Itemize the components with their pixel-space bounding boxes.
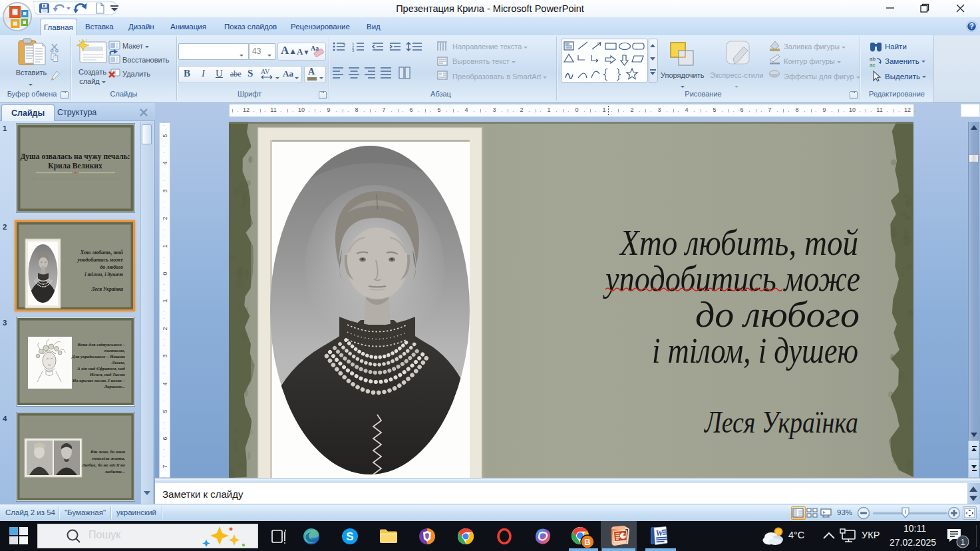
svg-text:?: ? — [969, 23, 973, 30]
svg-text:3: 3 — [352, 49, 355, 53]
svg-text:уподобитись може: уподобитись може — [603, 259, 860, 299]
svg-text:До 154-річчя від дня народжен: До 154-річчя від дня народження Лесі Укр… — [31, 176, 118, 180]
svg-text:Нілом, над Тисою: Нілом, над Тисою — [89, 372, 125, 377]
svg-text:1: 1 — [961, 538, 965, 547]
svg-text:ac: ac — [870, 62, 875, 68]
svg-text:Любив, бо не міг її не: Любив, бо не міг її не — [81, 462, 125, 468]
svg-text:Для українського – Нашою: Для українського – Нашою — [71, 354, 125, 359]
svg-text:Леся Українка: Леся Українка — [703, 405, 858, 439]
svg-text:Крила Великих: Крила Великих — [48, 162, 102, 170]
svg-text:до любого: до любого — [695, 295, 860, 335]
svg-text:поетесою,: поетесою, — [104, 348, 125, 353]
svg-text:На крилах носив. І кохав –: На крилах носив. І кохав – — [72, 378, 126, 383]
svg-text:до любого: до любого — [100, 264, 123, 270]
svg-text:Душа озвалась на чужу печаль:: Душа озвалась на чужу печаль: — [20, 152, 130, 161]
svg-text:уподобитись може: уподобитись може — [77, 257, 123, 263]
svg-text:Ларисою...: Ларисою... — [103, 384, 125, 389]
svg-text:і тілом, і душею: і тілом, і душею — [84, 272, 123, 277]
svg-text:Він жив, бо вона: Він жив, бо вона — [90, 449, 126, 455]
svg-text:S: S — [346, 530, 353, 543]
svg-text:А він над Єфратом, над: А він над Єфратом, над — [77, 366, 126, 371]
svg-text:Хто любить, той: Хто любить, той — [80, 250, 124, 256]
svg-text:Хто любить, той: Хто любить, той — [619, 223, 858, 263]
svg-text:B: B — [584, 537, 590, 547]
svg-text:Лесею,: Лесею, — [111, 360, 125, 365]
svg-text:Вона для світувського –: Вона для світувського – — [77, 342, 125, 347]
svg-text:Леся Українка: Леся Українка — [91, 286, 124, 292]
svg-text:любити...: любити... — [104, 469, 125, 474]
svg-text:повеліла жити,: повеліла жити, — [92, 456, 126, 461]
svg-text:і тілом, і душею: і тілом, і душею — [652, 331, 858, 371]
svg-text:AV: AV — [261, 68, 270, 75]
svg-text:ab: ab — [870, 56, 876, 62]
